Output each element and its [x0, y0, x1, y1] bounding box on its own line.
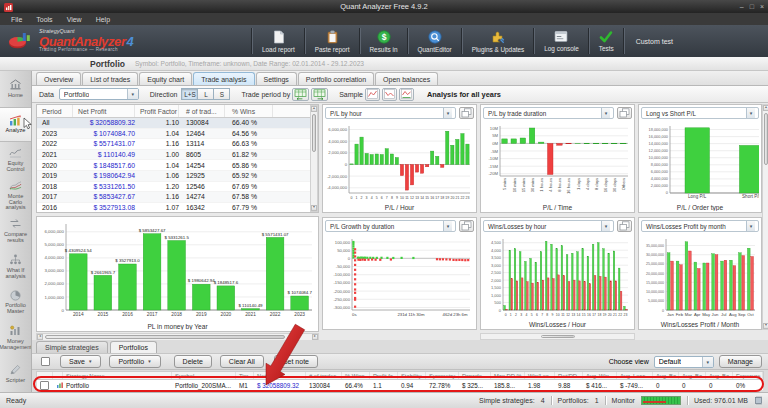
button-label: Delete [183, 358, 203, 365]
row-checkbox[interactable] [40, 381, 49, 390]
svg-text:1,000,000: 1,000,000 [44, 295, 64, 300]
sidebar-item-monte-carlo-analysis[interactable]: Monte Carlo analysis [0, 178, 31, 214]
menu-tools[interactable]: Tools [29, 16, 59, 23]
sidebar-item-label: Equity Control [1, 161, 30, 173]
sample-all-button[interactable] [365, 88, 380, 101]
toolbar-button-plugins-updates[interactable]: Plugins & Updates [464, 25, 533, 57]
sample-out-button[interactable] [399, 88, 414, 101]
view-select[interactable]: Default ▾ [654, 356, 714, 368]
sidebar-item-portfolio-master[interactable]: Portfolio Master [0, 285, 31, 321]
period-table-scrollbar[interactable]: ▲ ▼ [310, 105, 318, 212]
toolbar-button-tests[interactable]: Tests [591, 25, 622, 57]
tab-portfolios[interactable]: Portfolios [110, 341, 157, 353]
table-cell: 1.06 [135, 172, 179, 179]
strategies-table-row[interactable]: PortfolioPortfolio_200SMA...M1$ 32058809… [36, 380, 764, 391]
table-row[interactable]: 2020$ 1848517.601.041425465.86 % [37, 160, 310, 171]
menu-view[interactable]: View [60, 16, 89, 23]
close-button[interactable]: × [760, 2, 764, 12]
sidebar-item-money-management[interactable]: Money Management [0, 320, 31, 356]
chart-title-select[interactable]: Wins/Losses by hour▾ [483, 220, 614, 232]
table-cell: 67.79 % [225, 204, 273, 211]
strategy-type-icon [53, 380, 63, 390]
copy-chart-button[interactable] [617, 107, 632, 119]
save-button[interactable]: Save▼ [60, 355, 101, 368]
tab-settings[interactable]: Settings [256, 72, 297, 85]
copy-chart-button[interactable] [459, 220, 474, 232]
chart-title-select[interactable]: Long vs Short P/L▾ [641, 107, 759, 119]
compare-results-icon [9, 218, 22, 231]
table-row[interactable]: 2022$ 5571431.071.161311466.63 % [37, 139, 310, 150]
toolbar-button-log-console[interactable]: Log console [536, 25, 586, 57]
svg-text:-20M: -20M [488, 171, 498, 176]
sample-in-button[interactable] [382, 88, 397, 101]
copy-chart-button[interactable] [459, 107, 474, 119]
tab-simple-strategies[interactable]: Simple strategies [36, 341, 108, 353]
tab-open-balances[interactable]: Open balances [375, 72, 438, 85]
table-row[interactable]: 2021$ 110140.491.00860561.82 % [37, 150, 310, 161]
menu-file[interactable]: File [4, 16, 29, 23]
sidebar-item-compare-results[interactable]: Compare results [0, 213, 31, 249]
table-row[interactable]: 2016$ 3527913.081.071634267.79 % [37, 203, 310, 213]
sidebar-item-home[interactable]: Home [0, 71, 31, 107]
tab-equity-chart[interactable]: Equity chart [139, 72, 192, 85]
direction-option-l-s[interactable]: L+S [181, 88, 198, 100]
sidebar-item-equity-control[interactable]: Equity Control [0, 142, 31, 178]
svg-text:5M: 5M [492, 133, 498, 138]
svg-text:30 days: 30 days [612, 178, 617, 192]
svg-text:10,000,000: 10,000,000 [649, 155, 668, 160]
button-label: Clear All [229, 358, 255, 365]
main-vertical-scrollbar[interactable]: ▲ ▼ [762, 104, 768, 330]
table-row[interactable]: All$ 32058809.321.1013008466.40 % [37, 118, 310, 129]
tab-trade-analysis[interactable]: Trade analysis [193, 72, 254, 85]
toolbar-separator [359, 28, 361, 54]
table-row[interactable]: 2017$ 5853427.671.161427467.58 % [37, 192, 310, 203]
manage-button[interactable]: Manage [719, 355, 762, 368]
copy-chart-button[interactable] [617, 220, 632, 232]
sidebar-item-scripter[interactable]: Scripter [0, 356, 31, 392]
table-cell: Portfolio [63, 380, 172, 390]
column-header: Avg. Loss [617, 372, 653, 379]
direction-option-s[interactable]: S [213, 88, 230, 100]
maximize-button[interactable]: □ [750, 2, 754, 12]
svg-text:14,000,000: 14,000,000 [649, 141, 668, 146]
svg-text:Others: Others [621, 178, 626, 190]
chart-title-select[interactable]: P/L by hour▾ [325, 107, 456, 119]
table-row[interactable]: 2023$ 1074084.701.041246464.56 % [37, 129, 310, 140]
table-row[interactable]: 2018$ 5331261.501.201254667.69 % [37, 182, 310, 193]
minimize-button[interactable]: – [740, 2, 744, 12]
chart-title-select[interactable]: P/L Growth by duration▾ [325, 220, 456, 232]
portfolio-button[interactable]: Portfolio▼ [109, 355, 160, 368]
data-source-select[interactable]: Portfolio ▾ [59, 88, 139, 100]
sidebar-item-analyze[interactable]: Analyze [0, 107, 31, 143]
tab-list-of-trades[interactable]: List of trades [82, 72, 138, 85]
chart-title-select[interactable]: Wins/Losses Profit by month▾ [641, 220, 759, 232]
svg-text:2017: 2017 [147, 312, 158, 317]
tests-check-icon [599, 30, 613, 44]
table-row[interactable]: 2019$ 1980642.941.061292565.92 % [37, 171, 310, 182]
toolbar-button-quanteditor[interactable]: QuantEditor [410, 25, 460, 57]
menu-help[interactable]: Help [89, 16, 117, 23]
chart-p-l-by-hour: 6,000,0004,000,0002,000,0000-2,000,000-4… [325, 122, 474, 201]
table-cell: 12925 [179, 172, 225, 179]
chart-title-select[interactable]: P/L by trade duration▾ [483, 107, 614, 119]
set-note-button[interactable]: Set note [274, 355, 318, 368]
toolbar-button-paste-report[interactable]: Paste report [307, 25, 358, 57]
tab-portfolio-correlation[interactable]: Portfolio correlation [298, 72, 374, 85]
table-cell: 9.88 [555, 380, 583, 390]
svg-text:462d 23h 6m: 462d 23h 6m [443, 312, 469, 317]
sidebar-item-what-if-analysis[interactable]: What If analysis [0, 249, 31, 285]
row-checkbox-cell [37, 380, 53, 390]
svg-text:4: 4 [525, 313, 527, 317]
chart-pl-in-money-by-year: 6,000,0005,000,0004,000,0003,000,0002,00… [39, 220, 316, 319]
trade-period-day-button[interactable] [292, 88, 309, 101]
toolbar-button-results-in[interactable]: $Results in [362, 25, 406, 57]
delete-button[interactable]: Delete [174, 355, 212, 368]
svg-text:-15M: -15M [488, 164, 498, 169]
tab-overview[interactable]: Overview [36, 72, 81, 85]
toolbar-button-load-report[interactable]: Load report [254, 25, 303, 57]
direction-option-l[interactable]: L [197, 88, 214, 100]
clear-all-button[interactable]: Clear All [220, 355, 264, 368]
middle-horizontal-scrollbar[interactable] [480, 333, 635, 340]
select-all-checkbox[interactable] [41, 357, 50, 366]
trade-period-month-button[interactable] [311, 88, 328, 101]
